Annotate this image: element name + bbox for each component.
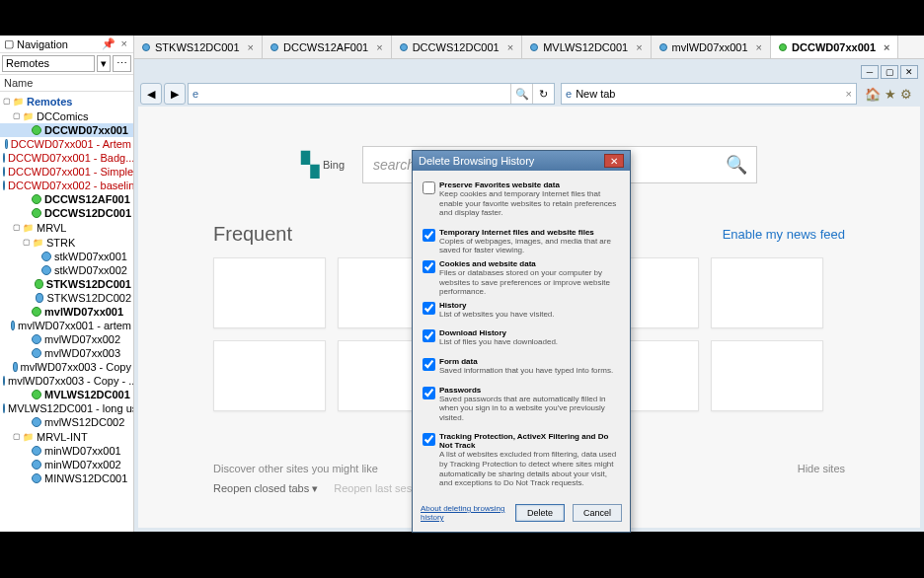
tree-node[interactable]: mvlWD07xx003 - Copy - ... — [0, 374, 133, 388]
ie-forward-btn[interactable]: ▶ — [164, 83, 186, 105]
status-dot-icon — [32, 125, 41, 135]
document-tab[interactable]: MVLWS12DC001× — [522, 36, 651, 58]
tree-node[interactable]: mvlWD07xx003 - Copy — [0, 360, 133, 374]
discover-text[interactable]: Discover other sites you might like — [213, 463, 378, 474]
nav-dropdown-arrow[interactable]: ▾ — [97, 55, 111, 72]
about-deleting-link[interactable]: About deleting browsing history — [421, 504, 507, 522]
document-tab[interactable]: STKWS12DC001× — [134, 36, 263, 58]
document-tab[interactable]: DCCWD07xx001× — [771, 36, 898, 58]
tree-node[interactable]: ▢📁MRVL-INT — [0, 429, 133, 444]
tree-node[interactable]: MINWS12DC001 — [0, 471, 133, 485]
tree-node[interactable]: mvlWD07xx002 — [0, 332, 133, 346]
bing-search-button[interactable]: 🔍 — [717, 147, 756, 182]
tree-node[interactable]: mvlWD07xx001 - artem — [0, 319, 133, 332]
frequent-tile[interactable] — [711, 257, 823, 328]
pin-icon[interactable]: 📌 — [100, 37, 117, 50]
hide-sites-link[interactable]: Hide sites — [798, 463, 845, 474]
option-checkbox[interactable] — [423, 229, 435, 242]
tree-node[interactable]: minWD07xx001 — [0, 444, 133, 458]
frequent-tile[interactable] — [213, 257, 326, 328]
tree-node[interactable]: MVLWS12DC001 - long user — [0, 401, 133, 415]
document-tab[interactable]: DCCWS12DC001× — [392, 36, 522, 58]
dialog-option: HistoryList of websites you have visited… — [417, 299, 626, 322]
ie-tools-icon[interactable]: ⚙ — [900, 87, 912, 102]
ie-minimize-btn[interactable]: ─ — [861, 65, 879, 79]
ie-tab-strip: e New tab × — [561, 83, 857, 105]
tab-close-icon[interactable]: × — [248, 41, 254, 53]
tree-toggle-icon[interactable]: ▢ — [2, 97, 11, 106]
tree-toggle-icon[interactable]: ▢ — [12, 223, 21, 232]
dialog-option: Temporary Internet files and website fil… — [417, 226, 626, 257]
frequent-tile[interactable] — [213, 340, 326, 411]
tree-node[interactable]: DCCWS12DC001 — [0, 206, 133, 220]
square-icon: ▢ — [4, 37, 14, 50]
tree-node[interactable]: stkWD07xx001 — [0, 250, 133, 263]
frequent-tile[interactable] — [711, 340, 823, 411]
status-dot-icon — [32, 390, 41, 399]
enable-news-link[interactable]: Enable my news feed — [723, 227, 845, 242]
reopen-closed-tabs[interactable]: Reopen closed tabs ▾ — [213, 482, 318, 495]
option-checkbox[interactable] — [423, 433, 435, 446]
tab-close-icon[interactable]: × — [376, 41, 382, 53]
tree-node-label: minWD07xx002 — [44, 459, 121, 470]
ie-close-btn[interactable]: ✕ — [900, 65, 918, 79]
option-description: A list of websites excluded from filteri… — [439, 450, 620, 487]
tree-node[interactable]: ▢📁MRVL — [0, 220, 133, 235]
ie-address-bar[interactable]: e 🔍 ↻ — [188, 83, 555, 105]
option-checkbox[interactable] — [423, 260, 435, 273]
tree-node[interactable]: MVLWS12DC001 — [0, 388, 133, 401]
option-checkbox[interactable] — [423, 302, 435, 315]
tree-node[interactable]: ▢📁Remotes — [0, 94, 133, 108]
tab-close-icon[interactable]: × — [756, 41, 762, 53]
tree-toggle-icon[interactable]: ▢ — [12, 432, 21, 441]
tree-node[interactable]: DCCWD07xx001 — [0, 123, 133, 137]
tab-close-icon[interactable]: × — [507, 41, 513, 53]
dialog-close-button[interactable]: ✕ — [604, 154, 624, 168]
ie-tab-new[interactable]: e New tab — [562, 88, 842, 100]
ie-refresh-icon[interactable]: ↻ — [532, 84, 554, 104]
document-tab[interactable]: mvlWD07xx001× — [652, 36, 771, 58]
tree-toggle-icon[interactable]: ▢ — [22, 238, 31, 247]
tree-node[interactable]: DCCWD07xx001 - Badg... — [0, 151, 133, 165]
tree-node[interactable]: minWD07xx002 — [0, 458, 133, 471]
tree-toggle-icon — [22, 195, 31, 204]
close-panel-icon[interactable]: × — [119, 37, 129, 50]
nav-title: Navigation — [17, 38, 100, 50]
tree-node[interactable]: mvlWD07xx003 — [0, 346, 133, 360]
nav-column-header[interactable]: Name — [0, 75, 133, 92]
tree-node[interactable]: STKWS12DC002 — [0, 291, 133, 305]
delete-button[interactable]: Delete — [515, 504, 565, 522]
document-tab[interactable]: DCCWS12AF001× — [263, 36, 392, 58]
option-title: Form data — [439, 357, 620, 366]
tree-node[interactable]: DCCWD07xx001 - Simple... — [0, 165, 133, 179]
dialog-titlebar[interactable]: Delete Browsing History ✕ — [413, 151, 630, 171]
tree-node[interactable]: ▢📁DCComics — [0, 108, 133, 123]
tree-node[interactable]: mvlWS12DC002 — [0, 415, 133, 429]
tree-node[interactable]: stkWD07xx002 — [0, 263, 133, 277]
nav-dropdown[interactable]: Remotes — [2, 55, 95, 72]
ie-tab-close-icon[interactable]: × — [842, 88, 856, 100]
tree-node[interactable]: ▢📁STRK — [0, 235, 133, 250]
option-checkbox[interactable] — [423, 387, 435, 399]
option-checkbox[interactable] — [423, 358, 435, 371]
tree-node[interactable]: DCCWD07xx002 - baseline — [0, 179, 133, 192]
option-checkbox[interactable] — [423, 329, 435, 342]
tab-close-icon[interactable]: × — [884, 41, 889, 53]
tree-node[interactable]: DCCWD07xx001 - Artem — [0, 137, 133, 151]
ie-favorites-icon[interactable]: ★ — [885, 87, 896, 102]
ie-search-icon[interactable]: 🔍 — [510, 84, 532, 104]
ie-back-btn[interactable]: ◀ — [140, 83, 162, 105]
tree-node[interactable]: DCCWS12AF001 — [0, 192, 133, 206]
tree-toggle-icon[interactable]: ▢ — [12, 111, 21, 120]
tree-node[interactable]: mvlWD07xx001 — [0, 305, 133, 319]
ie-maximize-btn[interactable]: ▢ — [881, 65, 898, 79]
nav-dropdown-menu[interactable]: ⋯ — [113, 55, 131, 72]
tab-close-icon[interactable]: × — [636, 41, 642, 53]
tab-status-icon — [659, 43, 667, 51]
option-checkbox[interactable] — [423, 181, 435, 194]
tree-node[interactable]: STKWS12DC001 — [0, 277, 133, 291]
ie-home-icon[interactable]: 🏠 — [865, 87, 881, 102]
option-title: Temporary Internet files and website fil… — [439, 228, 620, 237]
tree-toggle-icon — [27, 294, 35, 303]
cancel-button[interactable]: Cancel — [573, 504, 622, 522]
